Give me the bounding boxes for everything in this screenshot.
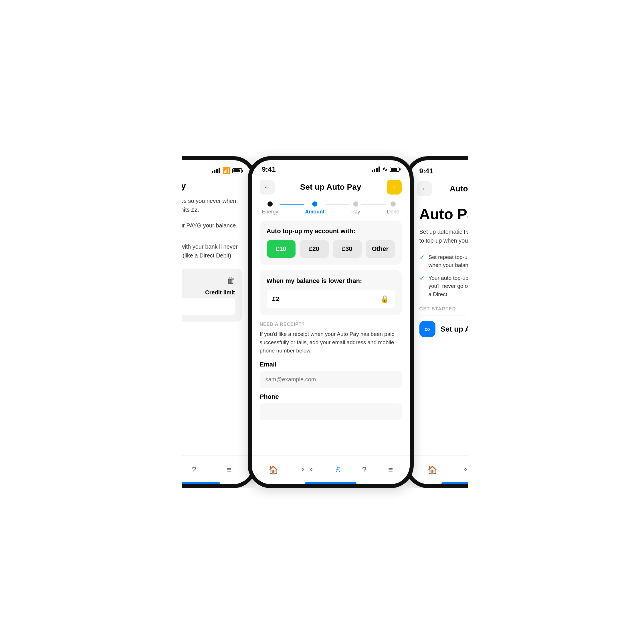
topup-section: Auto top-up my account with: £10 £20 £30…: [260, 221, 402, 265]
left-desc2: op-ups for your PAYG your balance reache…: [146, 221, 242, 239]
right-phone: 9:41 ∿ ← Auto Pay Auto Pay Set up auto: [405, 156, 525, 488]
step-pay-dot: [353, 201, 358, 207]
credit-limit-value: £2.00: [153, 298, 235, 315]
check-icon-1: ✓: [419, 254, 425, 261]
right-signal: [489, 168, 497, 174]
check-icon-2: ✓: [419, 275, 425, 282]
center-nav-track[interactable]: ⚬–⚬: [300, 466, 314, 473]
right-bottom-nav: 🏠 ⚬–⚬ £: [409, 455, 525, 484]
left-nav-pound[interactable]: £: [157, 465, 162, 474]
left-desc3: op-up is paid with your bank ll never go…: [146, 242, 242, 260]
setup-btn-label: Set up Auto Pay: [441, 325, 497, 334]
balance-input-row: £2 🔒: [267, 290, 395, 308]
center-nav-pound[interactable]: £: [336, 465, 340, 474]
signal-icon: [212, 168, 220, 173]
step-done-dot: [391, 201, 396, 207]
amount-10[interactable]: £10: [267, 240, 296, 258]
center-wifi: ∿: [382, 166, 387, 173]
progress-line-2: [326, 204, 350, 205]
center-nav-help[interactable]: ?: [362, 465, 366, 474]
center-nav-title: Set up Auto Pay: [300, 183, 361, 192]
right-nav-track[interactable]: ⚬–⚬: [463, 466, 477, 473]
phone-input[interactable]: [260, 403, 402, 420]
center-battery: [390, 167, 399, 172]
right-big-title: Auto Pay: [419, 206, 515, 222]
balance-title: When my balance is lower than:: [267, 277, 395, 285]
step-energy: Energy: [262, 201, 278, 215]
receipt-desc: If you'd like a receipt when your Auto P…: [260, 330, 402, 355]
check-item-1: ✓ Set repeat top-ups for yo meter when y…: [419, 253, 515, 270]
step-done: Done: [387, 201, 399, 215]
lock-icon: 🔒: [381, 295, 389, 303]
battery-icon: [232, 168, 242, 173]
wifi-icon: 📶: [222, 167, 230, 175]
balance-value: £2: [272, 295, 279, 303]
left-page-title: Auto Pay: [146, 180, 242, 191]
step-energy-label: Energy: [262, 209, 278, 215]
right-nav-pound[interactable]: £: [502, 465, 507, 474]
phone-label: Phone: [260, 393, 402, 401]
right-nav-title: Auto Pay: [450, 184, 484, 193]
receipt-section: NEED A RECEIPT? If you'd like a receipt …: [260, 322, 402, 425]
center-nav-home[interactable]: 🏠: [268, 465, 278, 475]
amount-30[interactable]: £30: [333, 240, 362, 258]
right-wifi: ∿: [499, 168, 503, 174]
progress-steps: Energy Amount Pay Done: [252, 199, 410, 221]
right-back-button[interactable]: ←: [417, 181, 432, 196]
lightning-icon: ⚡: [390, 183, 399, 191]
credit-limit-box: 🗑 Credit limit £2.00: [146, 269, 242, 322]
check-text-2: Your auto top-up is paid card, so you'll…: [429, 274, 515, 299]
right-status-icons: ∿: [489, 168, 515, 174]
step-amount-label: Amount: [305, 209, 324, 215]
step-energy-dot: [267, 201, 273, 207]
email-input[interactable]: [260, 371, 402, 388]
setup-autopay-button[interactable]: ∞ Set up Auto Pay: [419, 321, 515, 337]
step-pay: Pay: [351, 201, 360, 215]
right-nav-home[interactable]: 🏠: [427, 465, 437, 475]
center-action-button[interactable]: ⚡: [387, 180, 402, 195]
step-amount: Amount: [305, 201, 324, 215]
left-nav-menu[interactable]: ≡: [227, 465, 231, 474]
step-amount-dot: [312, 201, 317, 207]
center-signal: [372, 167, 380, 172]
check-item-2: ✓ Your auto top-up is paid card, so you'…: [419, 274, 515, 299]
step-done-label: Done: [387, 209, 399, 215]
step-pay-label: Pay: [351, 209, 360, 215]
center-status-bar: 9:41 ∿: [252, 160, 410, 176]
right-back-icon: ←: [421, 185, 428, 193]
center-phone: 9:41 ∿ ← Set up Auto Pay: [248, 156, 414, 488]
center-status-icons: ∿: [372, 166, 399, 173]
divider: [419, 316, 515, 316]
email-label: Email: [260, 361, 402, 368]
center-back-icon: ←: [264, 183, 270, 191]
left-desc1: c PAYG top-ups so you never when your ba…: [146, 197, 242, 214]
left-phone: 📶 Auto Pay c PAYG top-ups so you never w…: [136, 156, 256, 488]
left-nav-help[interactable]: ?: [192, 465, 196, 474]
check-text-1: Set repeat top-ups for yo meter when you…: [429, 253, 515, 270]
center-nav-menu[interactable]: ≡: [388, 465, 393, 474]
center-nav-header: ← Set up Auto Pay ⚡: [252, 176, 410, 199]
receipt-label: NEED A RECEIPT?: [260, 322, 402, 327]
center-time: 9:41: [262, 165, 276, 173]
trash-icon[interactable]: 🗑: [227, 276, 235, 285]
right-content: Auto Pay Set up automatic PAYG top-u for…: [409, 200, 525, 343]
topup-title: Auto top-up my account with:: [267, 227, 395, 235]
left-bottom-nav: £ ? ≡: [136, 455, 252, 484]
center-bottom-nav: 🏠 ⚬–⚬ £ ? ≡: [252, 455, 410, 484]
right-subtitle: Set up automatic PAYG top-u forget to to…: [419, 227, 515, 245]
amount-other[interactable]: Other: [366, 240, 395, 258]
right-battery: [505, 169, 515, 174]
amount-options: £10 £20 £30 Other: [267, 240, 395, 258]
center-bottom-indicator: [305, 482, 356, 484]
progress-line-3: [361, 204, 386, 205]
center-back-button[interactable]: ←: [260, 180, 275, 195]
credit-limit-label: Credit limit: [205, 289, 235, 296]
amount-20[interactable]: £20: [300, 240, 329, 258]
get-started-label: GET STARTED: [419, 306, 515, 312]
bottom-indicator: [169, 482, 220, 484]
progress-line-1: [280, 204, 304, 205]
right-time: 9:41: [419, 167, 433, 175]
infinity-icon: ∞: [419, 321, 435, 337]
right-bottom-indicator: [441, 482, 493, 484]
right-nav-header: ← Auto Pay: [409, 177, 525, 200]
